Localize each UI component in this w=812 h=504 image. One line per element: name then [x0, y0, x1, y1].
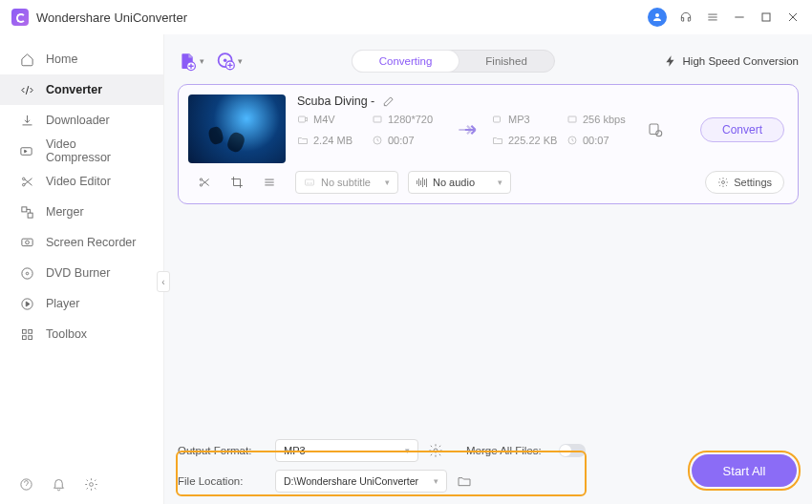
svg-point-31 [200, 184, 202, 186]
svg-rect-7 [21, 239, 32, 246]
svg-point-34 [434, 449, 438, 452]
folder-icon [297, 135, 309, 146]
video-icon [297, 114, 309, 125]
titlebar: Wondershare UniConverter [0, 0, 812, 34]
status-tabs: Converting Finished [352, 50, 555, 73]
sidebar-item-label: Downloader [46, 114, 110, 127]
add-file-button[interactable]: ▾ [178, 49, 204, 74]
output-settings-icon[interactable] [647, 121, 664, 138]
bell-icon[interactable] [52, 477, 67, 493]
svg-rect-6 [28, 213, 32, 218]
dst-size: 225.22 KB [492, 135, 563, 146]
folder-icon [492, 135, 503, 146]
sidebar-item-editor[interactable]: Video Editor [0, 166, 163, 197]
sidebar-item-compressor[interactable]: Video Compressor [0, 136, 163, 166]
subtitle-icon [304, 177, 315, 188]
start-all-button[interactable]: Start All [692, 454, 797, 487]
high-speed-label: High Speed Conversion [683, 55, 799, 67]
user-avatar[interactable] [648, 8, 667, 27]
high-speed-toggle[interactable]: High Speed Conversion [664, 54, 799, 68]
src-format: M4V [297, 114, 368, 125]
svg-point-20 [224, 58, 227, 62]
svg-rect-23 [374, 116, 381, 122]
trim-icon[interactable] [198, 176, 211, 189]
src-resolution: 1280*720 [372, 114, 442, 125]
toolbox-icon [19, 326, 34, 342]
bolt-icon [664, 54, 677, 68]
bitrate-icon [566, 114, 578, 125]
maximize-button[interactable] [759, 10, 774, 25]
clock-icon [566, 135, 578, 146]
scissors-icon [19, 174, 34, 189]
audio-icon [492, 114, 503, 125]
svg-rect-28 [650, 124, 658, 135]
sidebar-item-downloader[interactable]: Downloader [0, 105, 163, 136]
sidebar: Home Converter Downloader Video Compress… [0, 34, 164, 504]
waveform-icon [417, 178, 427, 187]
svg-point-17 [90, 483, 94, 487]
convert-button[interactable]: Convert [700, 117, 784, 142]
format-settings-icon[interactable] [428, 443, 443, 458]
merge-toggle[interactable] [559, 444, 586, 457]
output-format-dropdown[interactable]: MP3▾ [275, 439, 418, 462]
sidebar-item-label: Player [46, 297, 79, 310]
src-duration: 00:07 [372, 135, 442, 146]
tab-finished[interactable]: Finished [459, 51, 553, 72]
dst-format: MP3 [492, 114, 563, 125]
sidebar-item-toolbox[interactable]: Toolbox [0, 319, 163, 349]
audio-dropdown[interactable]: No audio▾ [408, 171, 511, 194]
svg-point-9 [21, 267, 32, 278]
output-format-label: Output Format: [178, 445, 266, 456]
sidebar-item-recorder[interactable]: Screen Recorder [0, 227, 163, 258]
settings-icon[interactable] [84, 477, 99, 493]
edit-title-icon[interactable] [382, 94, 395, 108]
file-location-dropdown[interactable]: D:\Wondershare UniConverter▾ [275, 470, 447, 493]
svg-point-10 [26, 272, 29, 275]
svg-point-4 [22, 183, 25, 186]
sidebar-item-converter[interactable]: Converter [0, 74, 163, 105]
svg-rect-26 [568, 116, 576, 122]
svg-rect-14 [22, 335, 26, 339]
video-thumbnail[interactable] [188, 94, 286, 163]
home-icon [19, 52, 34, 67]
gear-icon [717, 177, 729, 188]
menu-icon[interactable] [705, 10, 720, 25]
more-icon[interactable] [263, 176, 276, 189]
sidebar-item-label: Home [46, 52, 77, 66]
svg-point-0 [655, 13, 659, 17]
sidebar-item-merger[interactable]: Merger [0, 197, 163, 227]
sidebar-item-label: Screen Recorder [46, 236, 137, 249]
sidebar-item-label: Video Compressor [46, 137, 144, 164]
compressor-icon [19, 143, 34, 158]
close-button[interactable] [785, 10, 801, 25]
minimize-button[interactable] [732, 10, 747, 25]
sidebar-item-label: DVD Burner [46, 266, 110, 280]
help-icon[interactable] [19, 477, 34, 493]
item-settings-button[interactable]: Settings [705, 171, 784, 194]
svg-rect-12 [22, 329, 26, 333]
conversion-item: Scuba Diving - M4V 2.24 MB 1280*720 00:0… [178, 84, 799, 204]
disc-icon [19, 265, 34, 281]
app-logo [11, 9, 29, 26]
svg-point-33 [722, 181, 725, 184]
converter-icon [19, 82, 34, 97]
svg-point-8 [25, 241, 29, 244]
subtitle-dropdown[interactable]: No subtitle▾ [295, 171, 398, 194]
sidebar-item-player[interactable]: Player [0, 288, 163, 319]
add-dvd-button[interactable]: ▾ [216, 49, 243, 74]
file-location-label: File Location: [178, 475, 266, 487]
open-folder-icon[interactable] [457, 473, 472, 489]
headset-icon[interactable] [678, 10, 694, 25]
sidebar-item-label: Video Editor [46, 175, 111, 188]
tab-converting[interactable]: Converting [353, 51, 459, 72]
sidebar-item-home[interactable]: Home [0, 44, 163, 74]
play-icon [19, 296, 34, 311]
sidebar-item-label: Converter [46, 83, 102, 96]
recorder-icon [19, 235, 34, 250]
sidebar-item-label: Toolbox [46, 327, 87, 341]
svg-rect-32 [306, 179, 314, 185]
src-size: 2.24 MB [297, 135, 368, 146]
app-title: Wondershare UniConverter [36, 10, 187, 25]
sidebar-item-dvd[interactable]: DVD Burner [0, 258, 163, 288]
crop-icon[interactable] [230, 176, 244, 189]
